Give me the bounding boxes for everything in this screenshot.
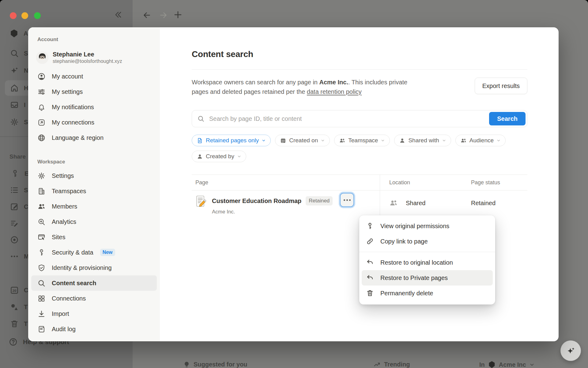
sidebar-item-my-account[interactable]: My account (31, 69, 157, 84)
chevron-down-icon (529, 362, 535, 367)
backdrop-suggested-section: Suggested for you (183, 361, 247, 368)
data-retention-policy-link[interactable]: data retention policy (307, 88, 362, 95)
sidebar-item-connections[interactable]: Connections (31, 291, 157, 306)
menu-item-copy-link[interactable]: Copy link to page (362, 234, 493, 249)
sidebar-item-teamspaces[interactable]: Teamspaces (31, 183, 157, 199)
account-section-label: Account (37, 36, 160, 43)
backdrop-workspace-switcher: A (9, 29, 28, 38)
zoom-window-button[interactable] (34, 12, 41, 19)
backdrop-calendar-item: 20 C (10, 286, 28, 295)
search-input[interactable] (192, 110, 527, 127)
search-icon (197, 115, 205, 122)
table-header: Page Location Page status (192, 174, 527, 190)
sidebar-item-identity-provisioning[interactable]: Identity & provisioning (31, 260, 157, 275)
sidebar-item-language-region[interactable]: Language & region (31, 130, 157, 145)
backdrop-more-item: M (10, 252, 29, 261)
sidebar-item-content-search[interactable]: Content search (31, 275, 157, 291)
backdrop-workspace-filter: In Acme Inc (479, 361, 535, 368)
sidebar-item-security-data[interactable]: Security & data New (31, 245, 157, 260)
svg-text:20: 20 (13, 289, 17, 293)
building-icon (37, 187, 46, 195)
sidebar-item-audit-log[interactable]: Audit log (31, 321, 157, 337)
export-results-button[interactable]: Export results (475, 78, 527, 94)
workspace-name: Acme Inc. (319, 79, 348, 86)
chevron-down-icon (496, 138, 501, 143)
user-name: Stephanie Lee (53, 51, 122, 58)
filter-created-by[interactable]: Created by (192, 151, 246, 162)
bell-icon (37, 103, 46, 111)
page-workspace-cell: Acme Inc. (212, 209, 354, 215)
page-title: Content search (192, 49, 527, 59)
download-icon (37, 310, 46, 318)
backdrop-shared-item-4 (10, 219, 19, 228)
filter-chips: Retained pages only Created on Teamspace (192, 135, 527, 162)
chevron-down-icon (442, 138, 446, 143)
ai-assistant-button[interactable] (560, 340, 581, 361)
list-icon (10, 186, 19, 195)
filter-retained-pages-only[interactable]: Retained pages only (192, 135, 271, 146)
column-header-page-status: Page status (465, 175, 527, 190)
sidebar-item-members[interactable]: Members (31, 199, 157, 214)
status-cell: Retained (471, 200, 496, 207)
backdrop-home-item: H (10, 83, 28, 93)
sidebar-item-import[interactable]: Import (31, 306, 157, 321)
people-icon (460, 137, 467, 144)
backdrop-divider (0, 136, 28, 137)
user-email: stephanie@toolsforthought.xyz (53, 58, 122, 64)
new-tab-icon[interactable] (173, 10, 183, 19)
people-icon (389, 199, 398, 207)
menu-item-view-original-permissions[interactable]: View original permissions (362, 218, 493, 234)
ellipsis-icon (10, 252, 19, 261)
backdrop-inbox-item: I (10, 100, 26, 109)
sidebar-item-my-connections[interactable]: My connections (31, 115, 157, 130)
app-window: A S N H I S Share E S (0, 0, 588, 368)
backdrop-shared-item-1: E (10, 169, 28, 178)
menu-item-permanently-delete[interactable]: Permanently delete (362, 286, 493, 301)
question-icon (9, 337, 18, 347)
sidebar-item-my-notifications[interactable]: My notifications (31, 99, 157, 115)
home-icon (10, 83, 19, 93)
gear-icon (37, 172, 46, 180)
filter-audience[interactable]: Audience (455, 135, 506, 146)
search-button[interactable]: Search (489, 112, 526, 125)
document-icon (197, 137, 203, 144)
sidebar-item-sites[interactable]: Sites (31, 229, 157, 245)
target-icon (10, 235, 19, 244)
new-badge: New (100, 249, 115, 256)
forward-icon (159, 11, 168, 19)
backdrop-templates-item: T (10, 302, 28, 312)
backdrop-ai-item: N (10, 66, 28, 75)
backdrop-shared-item-5 (10, 235, 19, 244)
backdrop-trending-section: Trending (373, 361, 410, 368)
row-actions-button[interactable] (340, 193, 354, 207)
trending-icon (373, 361, 381, 368)
acme-logo-icon (488, 361, 496, 368)
account-user-item[interactable]: Stephanie Lee stephanie@toolsforthought.… (36, 51, 160, 64)
trash-icon (10, 319, 19, 328)
avatar (36, 52, 48, 64)
calendar-icon: 20 (10, 286, 19, 295)
menu-item-restore-original-location[interactable]: Restore to original location (362, 255, 493, 270)
menu-item-restore-private-pages[interactable]: Restore to Private pages (362, 270, 493, 286)
sidebar-item-settings[interactable]: Settings (31, 168, 157, 183)
gear-icon (10, 117, 19, 127)
key-icon (10, 169, 20, 178)
location-cell: Shared (406, 200, 426, 207)
filter-teamspace[interactable]: Teamspace (334, 135, 390, 146)
minimize-window-button[interactable] (21, 12, 28, 19)
sidebar-item-analytics[interactable]: Analytics (31, 214, 157, 229)
close-window-button[interactable] (10, 12, 17, 19)
table-row[interactable]: Customer Education Roadmap Retained Acme… (192, 190, 527, 216)
workspace-section-label: Workspace (37, 159, 160, 165)
filter-created-on[interactable]: Created on (275, 135, 330, 146)
backdrop-shared-item-3: C (10, 202, 28, 211)
arrow-up-right-box-icon (37, 118, 46, 127)
sidebar-item-my-settings[interactable]: My settings (31, 84, 157, 99)
results-table: Page Location Page status Customer Educa… (192, 174, 527, 216)
filter-shared-with[interactable]: Shared with (394, 135, 451, 146)
acme-logo-icon (9, 29, 19, 38)
back-icon[interactable] (143, 11, 151, 19)
chevron-down-icon (321, 138, 325, 143)
description-text: Workspace owners can search for any page… (192, 78, 423, 97)
collapse-sidebar-icon[interactable] (114, 10, 123, 19)
